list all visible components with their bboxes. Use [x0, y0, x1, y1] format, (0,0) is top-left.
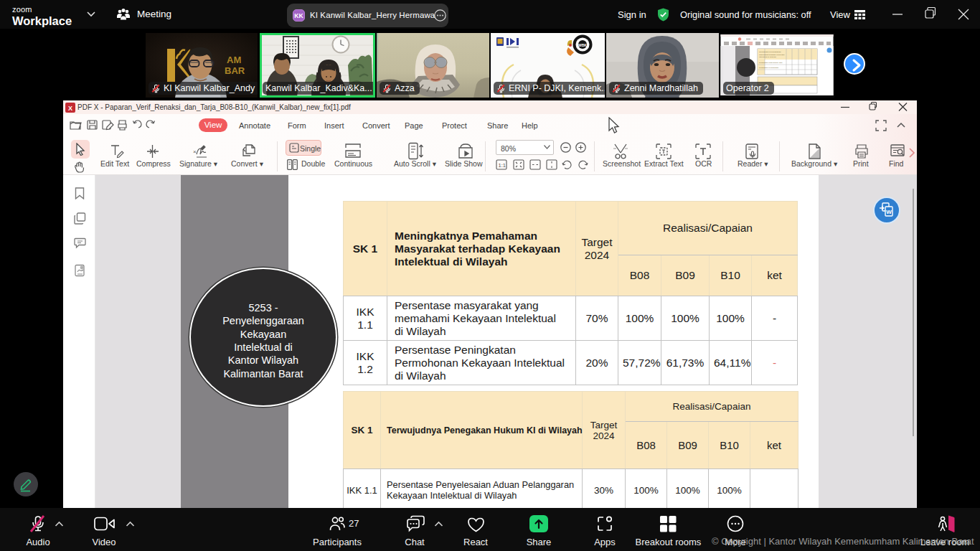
svg-text:Persentase Peningkatan: Persentase Peningkatan	[759, 67, 779, 69]
svg-text:×: ×	[193, 149, 197, 155]
svg-text:1:1: 1:1	[499, 162, 506, 169]
svg-text:AM: AM	[227, 55, 241, 65]
svg-text:X: X	[68, 104, 72, 111]
svg-text:WBK: WBK	[578, 43, 587, 47]
svg-text:BAR: BAR	[225, 65, 245, 76]
svg-text:W: W	[886, 209, 892, 215]
svg-text:Persentase masyarakat yang: Persentase masyarakat yang	[759, 62, 783, 64]
svg-text:Intelektual di Wilayah: Intelektual di Wilayah	[759, 56, 776, 58]
